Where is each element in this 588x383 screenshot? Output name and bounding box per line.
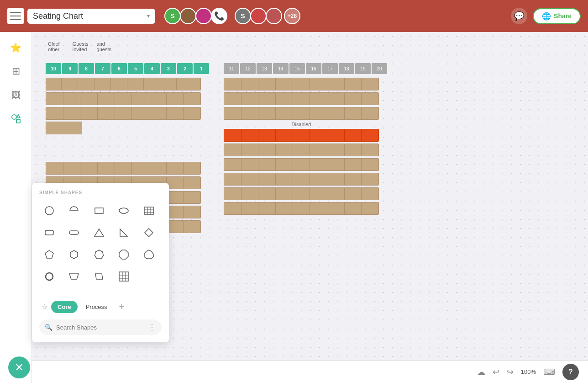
avatar-5[interactable] [266,8,282,24]
sidebar-icon-image[interactable]: 🖼 [6,85,26,105]
shape-circle[interactable] [39,201,59,221]
seat-5[interactable]: 5 [128,63,143,74]
shape-rectangle[interactable] [89,201,109,221]
right-bench-5[interactable] [224,144,379,156]
seat-2[interactable]: 2 [177,63,193,74]
seat-15[interactable]: 15 [289,63,305,74]
seat-18[interactable]: 18 [339,63,354,74]
share-button[interactable]: 🌐 Share [533,8,581,24]
svg-rect-1 [16,119,20,123]
shape-octagon[interactable] [114,245,134,265]
seat-9[interactable]: 9 [62,63,78,74]
share-label: Share [554,12,572,20]
help-button[interactable]: ? [562,364,579,380]
right-bench-2[interactable] [224,92,379,105]
shape-trapezoid[interactable] [64,266,84,287]
document-title: Seating Chart [33,11,143,21]
keyboard-icon[interactable]: ⌨ [543,367,555,377]
hamburger-menu[interactable] [7,8,24,24]
shape-inner-grid[interactable] [114,266,134,287]
seat-19[interactable]: 19 [355,63,371,74]
search-shapes-input[interactable] [56,324,144,331]
seat-11[interactable]: 11 [224,63,239,74]
svg-rect-11 [45,230,53,235]
redo-button[interactable]: ↪ [507,367,514,377]
shapes-grid [39,201,162,287]
disabled-row [224,129,379,142]
right-bench-8[interactable] [224,187,379,200]
collaborator-avatars: S 📞 [164,8,227,24]
left-bench-2[interactable] [46,92,201,105]
comment-button[interactable]: 💬 [511,8,527,24]
seat-6[interactable]: 6 [111,63,127,74]
seat-7[interactable]: 7 [95,63,110,74]
right-bench-1[interactable] [224,78,379,90]
seat-4[interactable]: 4 [144,63,160,74]
right-bench-3[interactable] [224,107,379,120]
avatar-s[interactable]: S [164,8,181,24]
right-bench-9[interactable] [224,202,379,215]
avatar-3[interactable]: S [235,8,251,24]
title-dropdown[interactable]: ▾ [147,13,150,19]
search-more-icon[interactable]: ⋮ [148,322,156,332]
shape-ellipse[interactable] [114,201,134,221]
svg-point-0 [12,115,16,119]
right-row-9 [224,202,379,215]
shape-rounded-rect-wide[interactable] [64,223,84,243]
shape-diamond[interactable] [139,223,159,243]
shapes-tabs-row: ☆ Core Process + [39,294,162,314]
shape-table-grid[interactable] [139,201,159,221]
left-bench-4-partial[interactable] [46,122,82,134]
seat-8[interactable]: 8 [79,63,94,74]
shape-pentagon[interactable] [39,245,59,265]
left-bench-5[interactable] [46,162,201,175]
shape-circle-outline[interactable] [39,266,59,287]
svg-point-21 [46,273,53,280]
right-bench-7[interactable] [224,173,379,186]
avatar-1[interactable] [180,8,196,24]
shape-parallelogram[interactable] [89,266,109,287]
shape-half-circle[interactable] [64,201,84,221]
left-bench-1[interactable] [46,78,201,90]
tab-core[interactable]: Core [51,301,78,313]
shape-rounded-rect-small[interactable] [39,223,59,243]
seat-12[interactable]: 12 [240,63,256,74]
avatar-4[interactable] [250,8,267,24]
seat-17[interactable]: 17 [322,63,338,74]
seat-1[interactable]: 1 [194,63,209,74]
shape-heptagon[interactable] [89,245,109,265]
seat-10[interactable]: 10 [46,63,61,74]
avatar-more[interactable]: +28 [284,8,300,24]
disabled-bench[interactable] [224,129,379,142]
sidebar-icon-grid[interactable]: ⊞ [6,61,26,81]
seat-16[interactable]: 16 [306,63,321,74]
avatar-phone[interactable]: 📞 [211,8,227,24]
tab-add-icon[interactable]: + [117,300,126,314]
seat-14[interactable]: 14 [273,63,289,74]
title-container: Seating Chart ▾ [27,9,155,24]
right-bench-6[interactable] [224,158,379,171]
right-row-7 [224,173,379,186]
shape-triangle[interactable] [89,223,109,243]
undo-button[interactable]: ↩ [493,367,499,377]
svg-rect-6 [144,207,153,214]
tab-star-icon[interactable]: ☆ [39,301,49,313]
shape-right-triangle[interactable] [114,223,134,243]
seat-13[interactable]: 13 [257,63,272,74]
sidebar-icon-shapes[interactable] [6,109,26,129]
left-row-1 [46,78,201,90]
right-row-8 [224,187,379,200]
cloud-save-icon: ☁ [477,367,485,377]
fab-close-button[interactable]: ✕ [8,356,30,378]
shape-nonagon[interactable] [139,245,159,265]
seat-20[interactable]: 20 [372,63,387,74]
svg-rect-12 [69,231,79,234]
shape-hexagon[interactable] [64,245,84,265]
left-row-3 [46,107,201,120]
svg-marker-20 [144,250,153,259]
sidebar-icon-star[interactable]: ⭐ [6,37,26,58]
seat-3[interactable]: 3 [161,63,176,74]
avatar-2[interactable] [195,8,212,24]
left-bench-3[interactable] [46,107,201,120]
tab-process[interactable]: Process [79,301,114,313]
